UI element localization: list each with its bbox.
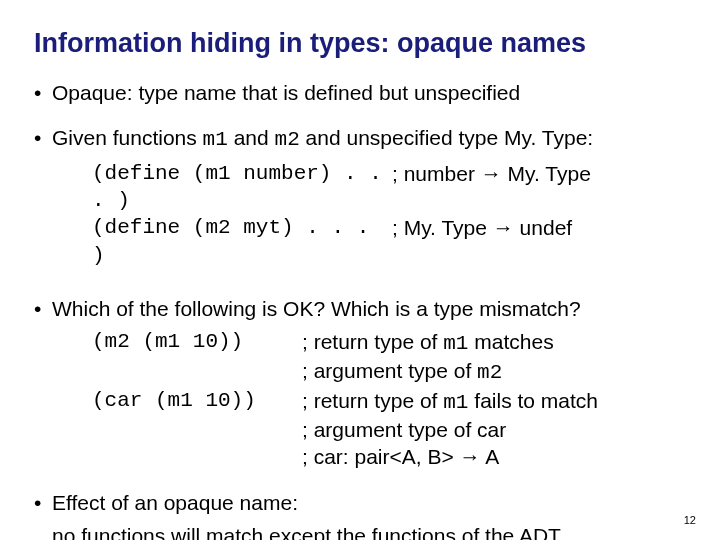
ex4-comment: ; argument type of car [302, 416, 690, 443]
b2-m1: m1 [203, 128, 228, 151]
ex3-code: (car (m1 10)) [92, 387, 302, 416]
def2-comment: ; My. Type → undef [392, 214, 690, 269]
def-row-2: (define (m2 myt) . . . ) ; My. Type → un… [92, 214, 690, 269]
bullet-4: • Effect of an opaque name: [34, 489, 690, 516]
def-row-1: (define (m1 number) . . . ) ; number → M… [92, 160, 690, 215]
def1-post: My. Type [502, 162, 591, 185]
bullet-3: • Which of the following is OK? Which is… [34, 295, 690, 322]
bullet-dot-icon: • [34, 124, 52, 151]
ex5-a: ; car: pair<A, B> [302, 445, 460, 468]
ex-row-1: (m2 (m1 10)) ; return type of m1 matches [92, 328, 690, 357]
ex1-code: (m2 (m1 10)) [92, 328, 302, 357]
def2-post: undef [514, 216, 572, 239]
slide-title: Information hiding in types: opaque name… [34, 28, 690, 59]
ex2-comment: ; argument type of m2 [302, 357, 690, 386]
bullet-4-block: • Effect of an opaque name: no functions… [34, 489, 690, 540]
ex2-empty [92, 357, 302, 386]
ex3-m1: m1 [443, 391, 468, 414]
def2-pre: ; My. Type [392, 216, 493, 239]
ex3-a: ; return type of [302, 389, 443, 412]
ex3-b: fails to match [468, 389, 598, 412]
b2-pre: Given functions [52, 126, 203, 149]
b2-mid2: and unspecified type My. Type: [300, 126, 593, 149]
examples: (m2 (m1 10)) ; return type of m1 matches… [92, 328, 690, 470]
ex2-a: ; argument type of [302, 359, 477, 382]
ex1-b: matches [468, 330, 553, 353]
arrow-icon: → [460, 445, 481, 468]
ex5-comment: ; car: pair<A, B> → A [302, 443, 690, 470]
def2-code: (define (m2 myt) . . . ) [92, 214, 392, 269]
ex-row-4: ; argument type of car [92, 416, 690, 443]
ex2-m2: m2 [477, 361, 502, 384]
ex1-m1: m1 [443, 332, 468, 355]
def1-code: (define (m1 number) . . . ) [92, 160, 392, 215]
ex1-comment: ; return type of m1 matches [302, 328, 690, 357]
definitions: (define (m1 number) . . . ) ; number → M… [92, 160, 690, 269]
ex5-empty [92, 443, 302, 470]
ex5-b: A [481, 445, 500, 468]
bullet-1-text: Opaque: type name that is defined but un… [52, 79, 690, 106]
def1-pre: ; number [392, 162, 481, 185]
ex-row-2: ; argument type of m2 [92, 357, 690, 386]
b2-m2: m2 [275, 128, 300, 151]
bullet-2-text: Given functions m1 and m2 and unspecifie… [52, 124, 690, 153]
bullet-3-block: • Which of the following is OK? Which is… [34, 295, 690, 471]
bullet-4-line2: no functions will match except the funct… [52, 522, 690, 540]
slide: Information hiding in types: opaque name… [0, 0, 720, 540]
ex-row-5: ; car: pair<A, B> → A [92, 443, 690, 470]
bullet-1-block: • Opaque: type name that is defined but … [34, 79, 690, 106]
ex1-a: ; return type of [302, 330, 443, 353]
bullet-dot-icon: • [34, 489, 52, 516]
bullet-2-block: • Given functions m1 and m2 and unspecif… [34, 124, 690, 268]
bullet-dot-icon: • [34, 295, 52, 322]
ex4-empty [92, 416, 302, 443]
b2-mid1: and [228, 126, 275, 149]
def1-comment: ; number → My. Type [392, 160, 690, 215]
page-number: 12 [684, 514, 696, 526]
bullet-4-line1: Effect of an opaque name: [52, 489, 690, 516]
arrow-icon: → [493, 216, 514, 239]
arrow-icon: → [481, 162, 502, 185]
bullet-1: • Opaque: type name that is defined but … [34, 79, 690, 106]
bullet-3-text: Which of the following is OK? Which is a… [52, 295, 690, 322]
ex-row-3: (car (m1 10)) ; return type of m1 fails … [92, 387, 690, 416]
bullet-dot-icon: • [34, 79, 52, 106]
ex3-comment: ; return type of m1 fails to match [302, 387, 690, 416]
bullet-2: • Given functions m1 and m2 and unspecif… [34, 124, 690, 153]
